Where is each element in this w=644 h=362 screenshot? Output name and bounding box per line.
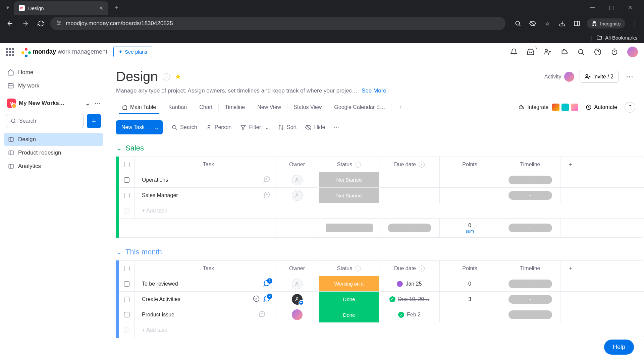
see-plans-button[interactable]: ✦ See plans — [113, 47, 152, 57]
add-conversation-icon[interactable] — [258, 313, 266, 319]
site-settings-icon[interactable] — [56, 20, 62, 27]
close-tab-icon[interactable]: ✕ — [99, 5, 103, 11]
inbox-icon[interactable]: 3 — [526, 47, 535, 57]
conversation-icon[interactable]: 1 — [263, 280, 270, 287]
search-button[interactable]: Search — [171, 124, 197, 130]
browser-tab[interactable]: m Design ✕ — [14, 1, 108, 15]
monday-logo[interactable]: monday work management — [21, 47, 107, 57]
timeline-cell[interactable]: - — [500, 307, 560, 322]
row-checkbox[interactable] — [119, 188, 134, 203]
workspace-chevron-icon[interactable]: ⌄ — [85, 100, 90, 107]
hide-button[interactable]: Hide — [305, 124, 325, 130]
workspace-menu-icon[interactable]: ⋯ — [95, 100, 100, 107]
task-cell[interactable]: Create Activities2 — [134, 292, 275, 307]
row-checkbox[interactable] — [119, 172, 134, 187]
info-icon[interactable]: i — [355, 265, 361, 272]
view-tab[interactable]: Status View — [287, 101, 328, 114]
task-cell[interactable]: Product issue — [134, 307, 275, 322]
sidebar-board-item[interactable]: Analytics — [4, 160, 103, 173]
back-button[interactable] — [4, 17, 16, 29]
view-tab[interactable]: Main Table — [116, 101, 162, 114]
add-conversation-icon[interactable] — [263, 176, 270, 184]
group-title-sales[interactable]: Sales — [125, 144, 144, 153]
collapse-header-icon[interactable]: ⌃ — [625, 102, 635, 113]
eye-off-icon[interactable] — [528, 18, 538, 28]
filter-button[interactable]: Filter⌄ — [240, 124, 269, 131]
sort-button[interactable]: Sort — [278, 124, 297, 130]
points-cell[interactable] — [439, 307, 500, 322]
status-cell[interactable]: Not Started — [319, 188, 379, 203]
owner-cell[interactable]: + — [275, 292, 319, 307]
incognito-chip[interactable]: Incognito — [587, 18, 625, 28]
task-cell[interactable]: To be reviewed1 — [134, 276, 275, 291]
row-checkbox[interactable] — [119, 292, 134, 307]
add-task-button[interactable]: + Add task — [134, 322, 527, 338]
group-collapse-icon[interactable]: ⌄ — [116, 248, 122, 256]
automate-button[interactable]: Automate — [586, 104, 617, 110]
column-status[interactable]: Statusi — [319, 261, 379, 276]
board-info-icon[interactable]: i — [163, 73, 170, 80]
due-date-cell[interactable] — [379, 172, 439, 187]
add-conversation-icon[interactable] — [263, 191, 270, 200]
column-points[interactable]: Points — [439, 157, 500, 172]
board-more-icon[interactable]: ⋯ — [624, 71, 635, 82]
invite-button[interactable]: Invite / 2 — [580, 71, 619, 83]
help-icon[interactable] — [593, 47, 602, 57]
toolbar-more-icon[interactable]: ⋯ — [334, 124, 339, 131]
maximize-icon[interactable]: ▢ — [605, 1, 617, 13]
close-window-icon[interactable]: ✕ — [624, 1, 636, 13]
due-date-cell[interactable]: ✓Dec 10, 20… — [379, 292, 439, 307]
new-task-dropdown-icon[interactable]: ⌄ — [150, 120, 163, 134]
owner-cell[interactable] — [275, 172, 319, 187]
due-date-cell[interactable]: !Jan 25 — [379, 276, 439, 291]
group-collapse-icon[interactable]: ⌄ — [116, 144, 122, 153]
add-column-icon[interactable]: ＋ — [560, 157, 580, 172]
invite-members-icon[interactable] — [543, 47, 552, 57]
download-icon[interactable] — [557, 18, 567, 28]
column-owner[interactable]: Owner — [275, 157, 319, 172]
all-bookmarks-button[interactable]: All Bookmarks — [596, 35, 637, 41]
due-date-cell[interactable] — [379, 188, 439, 203]
info-icon[interactable]: i — [355, 162, 361, 168]
column-timeline[interactable]: Timeline — [500, 157, 560, 172]
timeline-cell[interactable]: - — [500, 276, 560, 291]
timer-icon[interactable] — [610, 47, 619, 57]
bookmark-star-icon[interactable]: ☆ — [542, 18, 552, 28]
add-view-icon[interactable]: ＋ — [391, 100, 409, 114]
sidebar-my-work[interactable]: My work — [4, 79, 103, 93]
add-task-button[interactable]: + Add task — [134, 203, 527, 218]
column-due-date[interactable]: Due datei — [379, 261, 439, 276]
due-date-cell[interactable]: ✓Feb 2 — [379, 307, 439, 322]
status-cell[interactable]: Working on it — [319, 276, 379, 291]
favorite-star-icon[interactable]: ★ — [175, 72, 181, 81]
row-checkbox[interactable] — [119, 307, 134, 322]
apps-marketplace-icon[interactable] — [559, 47, 569, 57]
column-points[interactable]: Points — [439, 261, 500, 276]
minimize-icon[interactable]: — — [586, 1, 598, 13]
see-more-link[interactable]: See More — [362, 87, 386, 94]
person-filter-button[interactable]: Person — [206, 124, 232, 130]
task-cell[interactable]: Operations — [134, 172, 275, 187]
column-task[interactable]: Task — [134, 261, 275, 276]
task-cell[interactable]: Sales Manager — [134, 188, 275, 203]
new-tab-button[interactable]: ＋ — [111, 2, 121, 12]
column-owner[interactable]: Owner — [275, 261, 319, 276]
select-all-checkbox[interactable] — [119, 157, 134, 172]
points-cell[interactable] — [439, 172, 500, 187]
owner-cell[interactable] — [275, 188, 319, 203]
points-cell[interactable]: 3 — [439, 292, 500, 307]
reload-button[interactable] — [35, 17, 47, 29]
column-due-date[interactable]: Due datei — [379, 157, 439, 172]
help-floating-button[interactable]: Help — [604, 340, 634, 355]
notifications-icon[interactable] — [509, 47, 519, 57]
integrate-button[interactable]: Integrate — [518, 104, 578, 111]
workspace-icon[interactable]: M — [7, 99, 16, 108]
column-task[interactable]: Task — [134, 157, 275, 172]
browser-menu-icon[interactable]: ⋮ — [630, 18, 640, 28]
timeline-cell[interactable]: - — [500, 172, 560, 187]
owner-cell[interactable] — [275, 307, 319, 322]
conversation-icon[interactable]: 2 — [263, 295, 270, 302]
add-board-button[interactable]: ＋ — [87, 114, 101, 128]
info-icon[interactable]: i — [419, 265, 425, 272]
status-cell[interactable]: Done — [319, 307, 379, 322]
